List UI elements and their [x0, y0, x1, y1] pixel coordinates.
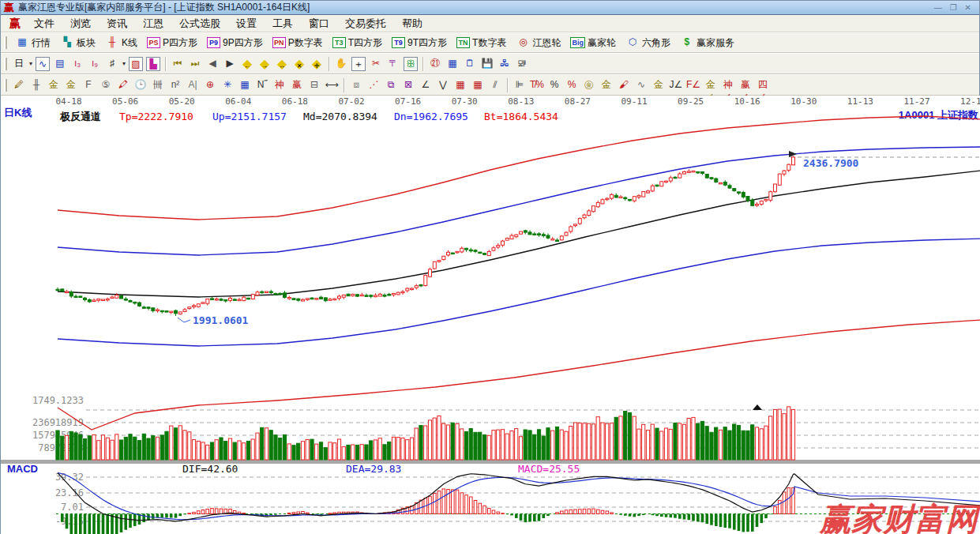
- toolbar-button-kline[interactable]: ╫K线: [100, 34, 142, 51]
- draw-button-ink-brush[interactable]: 🖌: [615, 77, 633, 94]
- draw-button-percent-red[interactable]: %: [563, 77, 580, 94]
- nav-button-computer[interactable]: 🖳: [513, 55, 531, 73]
- menu-item-file[interactable]: 文件: [26, 15, 62, 32]
- nav-button-calculator[interactable]: ▦: [444, 55, 461, 73]
- window-button-0[interactable]: —: [934, 3, 942, 12]
- draw-button-brush[interactable]: 🖉: [10, 77, 28, 94]
- draw-button-line-segments[interactable]: 卌: [149, 77, 167, 94]
- menu-item-tools[interactable]: 工具: [265, 15, 301, 32]
- toolbar-grip[interactable]: [4, 58, 7, 70]
- nav-button-page-back[interactable]: ◀: [204, 55, 221, 73]
- menu-item-formula-stock-pick[interactable]: 公式选股: [171, 15, 228, 32]
- window-button-1[interactable]: ❐: [950, 3, 957, 12]
- toolbar-button-quotes[interactable]: ▦行情: [10, 34, 55, 51]
- draw-button-ruler[interactable]: ⊟: [306, 77, 323, 94]
- draw-button-gold-line[interactable]: 金: [598, 77, 615, 94]
- menu-item-settings[interactable]: 设置: [228, 15, 265, 32]
- toolbar-button-gann-wheel[interactable]: ◎江恩轮: [511, 34, 565, 51]
- menu-item-window[interactable]: 窗口: [301, 15, 337, 32]
- titlebar[interactable]: 赢 赢家江恩专业版[赢家内部服务平台] - [上证指数 SH1A0001-164…: [1, 1, 979, 15]
- nav-button-pattern-red[interactable]: ▨: [127, 55, 145, 73]
- toolbar-button-hexagon[interactable]: ⬡六角形: [621, 34, 675, 51]
- draw-button-compass[interactable]: ⊕: [201, 77, 219, 94]
- draw-button-gold-angle[interactable]: 金∠: [702, 77, 719, 94]
- draw-button-fan-box[interactable]: ⊠: [400, 77, 417, 94]
- pane-splitter[interactable]: [1, 460, 980, 464]
- nav-button-calendar[interactable]: ㉑: [426, 55, 444, 73]
- draw-button-fan-red[interactable]: ⋰: [365, 77, 382, 94]
- draw-button-shen-tool[interactable]: 神: [271, 77, 288, 94]
- nav-button-bars-small-9[interactable]: ı₉: [86, 55, 103, 73]
- menu-item-trade-entrust[interactable]: 交易委托: [337, 15, 394, 32]
- toolbar-button-9p-square[interactable]: P99P四方形: [202, 35, 268, 51]
- draw-button-shen-angle[interactable]: 神∠: [719, 77, 737, 94]
- window-button-2[interactable]: ✕: [965, 3, 971, 12]
- nav-button-diamond-star[interactable]: ◆✛: [308, 55, 325, 73]
- draw-button-width-measure[interactable]: ⟷: [323, 77, 340, 94]
- nav-button-network[interactable]: 🖧: [496, 55, 513, 73]
- nav-button-period-day[interactable]: 日▾: [10, 55, 34, 73]
- draw-button-wave-line[interactable]: ∿: [633, 77, 650, 94]
- draw-button-f-angle[interactable]: F∠: [685, 77, 702, 94]
- draw-button-spiral[interactable]: ⑤: [97, 77, 115, 94]
- nav-button-info-document[interactable]: ▤: [51, 55, 69, 73]
- draw-button-si-angle[interactable]: 四∠: [754, 77, 772, 94]
- draw-button-red-brush[interactable]: 🖍: [115, 77, 132, 94]
- draw-button-fan-gann[interactable]: ⧉: [382, 77, 400, 94]
- menu-item-help[interactable]: 帮助: [394, 15, 430, 32]
- draw-button-matrix[interactable]: ▦: [236, 77, 253, 94]
- toolbar-button-sectors[interactable]: ▚板块: [55, 34, 100, 51]
- draw-button-box-select[interactable]: ⧈: [347, 77, 365, 94]
- nav-button-hand-drag[interactable]: ✋: [332, 55, 350, 73]
- nav-button-overlay-wave[interactable]: ∿: [34, 55, 51, 73]
- nav-button-jump-start[interactable]: ⏮: [169, 55, 186, 73]
- draw-button-gold-red-line[interactable]: 金: [650, 77, 667, 94]
- nav-button-crosshair[interactable]: ＋: [350, 55, 367, 73]
- nav-button-candle-style[interactable]: ♯▾: [103, 55, 127, 73]
- chart-area[interactable]: 04-1805-0605-2006-0406-1807-0207-1607-30…: [1, 96, 980, 534]
- nav-button-histogram-color[interactable]: ▙: [145, 55, 162, 73]
- draw-button-star-tool[interactable]: ✳: [219, 77, 236, 94]
- menu-item-browse[interactable]: 浏览: [62, 15, 99, 32]
- toolbar-grip[interactable]: [4, 36, 7, 49]
- nav-button-gann-t-tool[interactable]: 〒: [385, 55, 402, 73]
- nav-button-diamond-left[interactable]: ◆←: [238, 55, 256, 73]
- draw-button-n-square[interactable]: n²: [167, 77, 184, 94]
- menu-item-news[interactable]: 资讯: [99, 15, 135, 32]
- draw-button-grid-red-1[interactable]: ▦: [452, 77, 469, 94]
- draw-button-j-angle[interactable]: J∠: [667, 77, 685, 94]
- nav-button-jump-end[interactable]: ⏭: [186, 55, 204, 73]
- toolbar-button-t-number-table[interactable]: TNT数字表: [452, 35, 511, 51]
- nav-button-angle-measure[interactable]: ✂: [367, 55, 385, 73]
- draw-button-gold-ratio-2[interactable]: 金: [62, 77, 80, 94]
- toolbar-button-t-square[interactable]: T3T四方形: [328, 35, 387, 51]
- nav-button-diamond-cross[interactable]: ◆✕: [291, 55, 308, 73]
- draw-button-percent-line[interactable]: T̸%: [528, 77, 546, 94]
- draw-button-time-cycle[interactable]: 🕒: [132, 77, 149, 94]
- draw-button-k-mark[interactable]: Ν˝: [253, 77, 271, 94]
- draw-button-a-line[interactable]: A|: [184, 77, 201, 94]
- draw-button-gold-circle[interactable]: ㊎: [580, 77, 598, 94]
- nav-button-diamond-right[interactable]: ◆→: [256, 55, 273, 73]
- draw-button-v-lines[interactable]: ⋁: [434, 77, 452, 94]
- toolbar-button-9t-square[interactable]: T99T四方形: [387, 35, 452, 51]
- nav-button-brain-tool[interactable]: ꕥ: [402, 55, 419, 73]
- nav-button-diamond-both[interactable]: ◆↔: [273, 55, 291, 73]
- toolbar-button-winner-service[interactable]: $赢家服务: [675, 34, 739, 51]
- draw-button-ying-angle[interactable]: 赢∠: [737, 77, 754, 94]
- draw-button-ying-tool[interactable]: 赢: [288, 77, 306, 94]
- menu-item-gann[interactable]: 江恩: [135, 15, 171, 32]
- draw-button-gold-ratio-1[interactable]: 金: [45, 77, 62, 94]
- nav-button-notes[interactable]: 🗒: [461, 55, 479, 73]
- toolbar-grip[interactable]: [4, 79, 7, 92]
- kline-chart-canvas[interactable]: 04-1805-0605-2006-0406-1807-0207-1607-30…: [1, 96, 980, 534]
- draw-button-price-ladder[interactable]: ⊫: [511, 77, 528, 94]
- nav-button-bars-small-3[interactable]: ı₃: [69, 55, 86, 73]
- nav-button-page-forward[interactable]: ▶: [221, 55, 238, 73]
- draw-button-parallel-lines[interactable]: ⫽: [486, 77, 504, 94]
- nav-button-save[interactable]: 💾: [479, 55, 496, 73]
- draw-button-angle-lines[interactable]: ∠: [417, 77, 434, 94]
- draw-button-grid-red-2[interactable]: ▦: [469, 77, 486, 94]
- toolbar-button-p-square[interactable]: PSP四方形: [142, 35, 202, 51]
- draw-button-percent[interactable]: %: [546, 77, 563, 94]
